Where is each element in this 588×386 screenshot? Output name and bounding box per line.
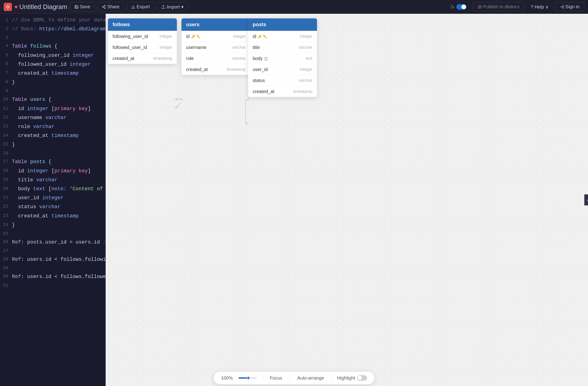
line-number: 11 — [0, 105, 12, 112]
table-row[interactable]: user_id integer — [248, 64, 317, 75]
table-row[interactable]: status varchar — [248, 75, 317, 86]
line-number: 3 — [0, 34, 12, 41]
line-content[interactable]: username varchar — [12, 114, 105, 122]
line-content[interactable]: Table users { — [12, 96, 105, 104]
line-number: 19 — [0, 176, 12, 183]
publish-button[interactable]: Publish to dbdocs — [473, 2, 524, 11]
code-line: 17Table posts { — [0, 157, 105, 166]
table-row[interactable]: created_at timestamp — [108, 53, 177, 64]
svg-line-5 — [103, 6, 105, 6]
code-line: 6 followed_user_id integer — [0, 60, 105, 69]
line-number: 12 — [0, 114, 12, 121]
line-content[interactable]: Ref: users.id < follows.following_user_i… — [12, 256, 106, 263]
code-line: 22 status varchar — [0, 202, 105, 211]
line-content[interactable]: created_at timestamp — [12, 69, 105, 77]
svg-point-0 — [7, 6, 9, 8]
table-row[interactable]: created_at timestamp — [248, 86, 317, 97]
line-content[interactable]: Ref: users.id < follows.followed_user_id — [12, 273, 106, 281]
divider — [262, 375, 263, 381]
line-content[interactable]: } — [12, 221, 105, 229]
collapse-panel-button[interactable]: ◀ — [584, 194, 588, 205]
table-row[interactable]: role varchar — [181, 53, 250, 64]
table-row[interactable]: username varchar — [181, 42, 250, 53]
zoom-level: 100% — [221, 375, 233, 381]
code-line: 1// Use DBML to define your database str… — [0, 16, 105, 24]
code-line: 25 — [0, 230, 105, 238]
line-content[interactable]: id integer [primary key] — [12, 105, 105, 113]
line-content[interactable]: // Use DBML to define your database stru… — [12, 16, 106, 24]
code-line: 3 — [0, 34, 105, 42]
line-number: 28 — [0, 256, 12, 263]
share-button[interactable]: Share — [97, 2, 124, 11]
code-line: 29 — [0, 264, 105, 272]
import-button[interactable]: Import ▾ — [157, 2, 188, 12]
table-follows-header: follows — [108, 18, 177, 31]
highlight-track[interactable] — [357, 375, 367, 381]
code-line: 14 created_at timestamp — [0, 131, 105, 140]
svg-line-18 — [246, 99, 249, 100]
line-content[interactable]: body text [note: 'Content of the post'] — [12, 185, 106, 193]
line-number: 5 — [0, 51, 12, 59]
export-button[interactable]: Export — [127, 2, 154, 11]
table-follows: follows following_user_id integer follow… — [108, 18, 177, 64]
line-content[interactable]: followed_user_id integer — [12, 61, 105, 68]
line-content[interactable]: created_at timestamp — [12, 132, 105, 140]
code-line: 13 role varchar — [0, 122, 105, 131]
zoom-slider[interactable] — [238, 377, 257, 379]
line-number: 9 — [0, 87, 12, 95]
line-number: 16 — [0, 150, 12, 157]
line-number: 30 — [0, 273, 12, 280]
line-number: 7 — [0, 69, 12, 77]
dark-mode-track[interactable] — [456, 4, 466, 10]
table-row[interactable]: followed_user_id integer — [108, 42, 177, 53]
line-content[interactable]: status varchar — [12, 203, 105, 211]
table-row[interactable]: following_user_id integer — [108, 31, 177, 42]
table-row[interactable]: id 🔑 ✏️ integer — [181, 31, 250, 42]
table-users: users id 🔑 ✏️ integer username varchar r… — [181, 18, 250, 75]
line-number: 31 — [0, 282, 12, 289]
line-content[interactable]: created_at timestamp — [12, 212, 105, 220]
line-number: 15 — [0, 141, 12, 148]
line-content[interactable]: Ref: posts.user_id > users.id // many-to… — [12, 238, 106, 246]
code-line: 23 created_at timestamp — [0, 212, 105, 221]
line-content[interactable]: Table posts { — [12, 158, 105, 166]
table-users-header: users — [181, 18, 250, 31]
zoom-thumb[interactable] — [247, 376, 250, 380]
code-line: 7 created_at timestamp — [0, 69, 105, 78]
line-content[interactable]: Table follows { — [12, 42, 105, 50]
highlight-label: Highlight — [337, 375, 355, 381]
line-content[interactable]: user_id integer — [12, 194, 105, 202]
help-button[interactable]: ? Help ∨ — [527, 2, 552, 11]
logo-button[interactable] — [4, 3, 12, 11]
unsaved-indicator — [15, 5, 18, 8]
code-editor[interactable]: 1// Use DBML to define your database str… — [0, 14, 106, 386]
line-number: 13 — [0, 123, 12, 130]
save-button[interactable]: Save — [70, 2, 95, 11]
line-content[interactable]: title varchar — [12, 176, 105, 184]
table-row[interactable]: id 🔑 ✏️ integer — [248, 31, 317, 42]
code-line: 26Ref: posts.user_id > users.id // many-… — [0, 238, 105, 247]
diagram-canvas[interactable]: follows following_user_id integer follow… — [106, 14, 588, 386]
table-row[interactable]: created_at timestamp — [181, 64, 250, 75]
focus-button[interactable]: Focus — [268, 375, 284, 382]
line-content[interactable]: following_user_id integer — [12, 51, 105, 60]
line-content[interactable]: role varchar — [12, 123, 105, 131]
line-content[interactable]: id integer [primary key] — [12, 167, 105, 175]
auto-arrange-button[interactable]: Auto-arrange — [295, 375, 326, 382]
diagram-title-area[interactable]: Untitled Diagram — [15, 3, 67, 11]
code-line: 30Ref: users.id < follows.followed_user_… — [0, 272, 105, 281]
table-posts-header: posts — [248, 18, 317, 31]
code-line: 10Table users { — [0, 95, 105, 104]
table-row[interactable]: body 📋 text — [248, 53, 317, 64]
code-line: 4Table follows { — [0, 42, 105, 51]
line-content[interactable]: } — [12, 78, 105, 86]
line-content[interactable]: // Docs: https://dbml.dbdiagram.io/docs — [12, 25, 106, 33]
code-line: 21 user_id integer — [0, 193, 105, 202]
code-line: 2// Docs: https://dbml.dbdiagram.io/docs — [0, 24, 105, 34]
table-row[interactable]: title varchar — [248, 42, 317, 53]
line-content[interactable]: } — [12, 141, 105, 149]
dark-mode-toggle[interactable] — [447, 2, 470, 11]
highlight-toggle[interactable]: Highlight — [337, 375, 367, 381]
code-line: 8} — [0, 78, 105, 87]
signin-button[interactable]: Sign in — [555, 2, 584, 11]
